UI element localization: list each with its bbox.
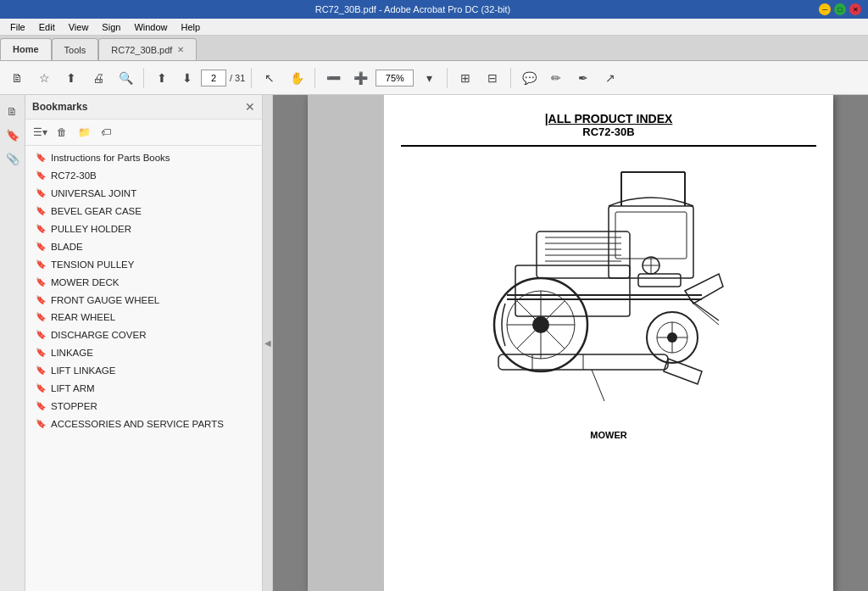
prev-page-button[interactable]: ⬆ [150,66,174,90]
svg-rect-7 [615,212,687,259]
window-controls: ─ □ ✕ [819,3,861,15]
toolbar: 🗎 ☆ ⬆ 🖨 🔍 ⬆ ⬇ / 31 ↖ ✋ ➖ ➕ ▾ ⊞ ⊟ 💬 ✏ ✒ ↗ [0,61,868,95]
upload-button[interactable]: ⬆ [59,66,83,90]
bookmark-label-front-gauge: FRONT GAUGE WHEEL [51,294,159,307]
bookmark-label-rc72: RC72-30B [51,170,97,182]
share-button[interactable]: ↗ [598,66,622,90]
fit-width-button[interactable]: ⊟ [481,66,504,90]
sidebar-close-button[interactable]: ✕ [245,100,255,114]
select-tool-button[interactable]: ↖ [258,66,281,90]
zoom-out-button[interactable]: ➖ [321,66,345,90]
menu-view[interactable]: View [62,20,96,34]
bookmark-label-bevel: BEVEL GEAR CASE [51,205,142,218]
bookmark-icon-accessories: 🔖 [36,419,46,428]
pdf-main-title: |ALL PRODUCT INDEX [401,112,816,125]
close-button[interactable]: ✕ [849,3,861,15]
bookmark-item-tension[interactable]: 🔖 TENSION PULLEY [25,256,262,274]
svg-line-27 [541,301,565,325]
bookmark-item-linkage[interactable]: 🔖 LINKAGE [25,344,262,362]
navigation-section: ⬆ ⬇ / 31 [150,66,245,90]
tab-pdf-label: RC72_30B.pdf [111,45,172,55]
print-button[interactable]: 🖨 [86,66,110,90]
menu-edit[interactable]: Edit [32,20,62,34]
comment-button[interactable]: 💬 [517,66,541,90]
left-icon-document[interactable]: 🗎 [3,102,22,120]
bookmark-item-blade[interactable]: 🔖 BLADE [25,238,262,256]
maximize-button[interactable]: □ [834,3,846,15]
bookmark-item-front-gauge[interactable]: 🔖 FRONT GAUGE WHEEL [25,292,262,309]
sidebar-expand-button[interactable]: ☰▾ [31,123,49,142]
sidebar-folder-button[interactable]: 📁 [75,123,93,142]
zoom-dropdown-button[interactable]: ▾ [417,66,441,90]
minimize-button[interactable]: ─ [819,3,831,15]
bookmark-item-lift-linkage[interactable]: 🔖 LIFT LINKAGE [25,362,262,380]
bookmark-icon-rc72: 🔖 [36,170,46,180]
bookmark-item-stopper[interactable]: 🔖 STOPPER [25,398,262,415]
search-button[interactable]: 🔍 [114,66,137,90]
bookmark-item-rear-wheel[interactable]: 🔖 REAR WHEEL [25,309,262,326]
pdf-page: |ALL PRODUCT INDEX RC72-30B [308,95,833,591]
bookmark-toolbar-button[interactable]: ☆ [32,66,56,90]
bookmark-label-lift-linkage: LIFT LINKAGE [51,365,115,377]
bookmark-icon-pulley: 🔖 [36,224,46,233]
bookmark-icon-rear-wheel: 🔖 [36,312,46,321]
tab-bar: Home Tools RC72_30B.pdf ✕ [0,36,868,61]
new-document-button[interactable]: 🗎 [5,66,29,90]
bookmark-icon-tension: 🔖 [36,259,46,269]
tab-tools[interactable]: Tools [52,38,99,60]
menu-bar: File Edit View Sign Window Help [0,19,868,36]
toolbar-separator-5 [510,68,511,88]
bookmark-icon-lift-linkage: 🔖 [36,365,46,375]
tab-tools-label: Tools [64,45,86,55]
page-content: |ALL PRODUCT INDEX RC72-30B [384,95,833,591]
zoom-input[interactable] [376,70,414,86]
bookmark-label-discharge: DISCHARGE COVER [51,329,146,342]
page-number-input[interactable] [201,70,226,86]
sidebar-tag-button[interactable]: 🏷 [97,123,115,142]
bookmark-item-bevel[interactable]: 🔖 BEVEL GEAR CASE [25,203,262,220]
tab-home[interactable]: Home [0,38,52,60]
bookmark-icon-bevel: 🔖 [36,206,46,215]
sidebar-delete-button[interactable]: 🗑 [53,123,71,142]
zoom-in-button[interactable]: ➕ [348,66,372,90]
bookmark-item-accessories[interactable]: 🔖 ACCESSORIES AND SERVICE PARTS [25,415,262,433]
bookmark-label-mower-deck: MOWER DECK [51,276,120,289]
highlight-button[interactable]: ✏ [544,66,568,90]
bookmark-list: 🔖 Instructions for Parts Books 🔖 RC72-30… [25,146,262,591]
bookmark-label-blade: BLADE [51,241,83,254]
tab-close-icon[interactable]: ✕ [177,45,184,54]
bookmark-icon-front-gauge: 🔖 [36,295,46,304]
sign-button[interactable]: ✒ [571,66,595,90]
menu-file[interactable]: File [3,20,32,34]
next-page-button[interactable]: ⬇ [175,66,199,90]
fit-page-button[interactable]: ⊞ [453,66,477,90]
bookmark-item-pulley[interactable]: 🔖 PULLEY HOLDER [25,220,262,238]
left-icon-attachment[interactable]: 📎 [3,149,22,168]
bookmark-icon-linkage: 🔖 [36,348,46,357]
bookmark-label-rear-wheel: REAR WHEEL [51,311,115,324]
left-panel: 🗎 🔖 📎 [0,95,25,591]
bookmark-item-lift-arm[interactable]: 🔖 LIFT ARM [25,380,262,398]
bookmark-label-instructions: Instructions for Parts Books [51,152,170,164]
tab-pdf[interactable]: RC72_30B.pdf ✕ [98,38,197,60]
menu-help[interactable]: Help [175,20,208,34]
bookmark-icon-blade: 🔖 [36,242,46,251]
menu-window[interactable]: Window [127,20,174,34]
bookmark-item-instructions[interactable]: 🔖 Instructions for Parts Books [25,149,262,167]
bookmark-item-rc72[interactable]: 🔖 RC72-30B [25,167,262,185]
bookmark-label-pulley: PULLEY HOLDER [51,223,131,236]
sidebar-collapse-handle[interactable]: ◀ [263,95,273,591]
left-icon-bookmark[interactable]: 🔖 [3,125,22,144]
tab-home-label: Home [13,44,39,54]
bookmark-item-discharge[interactable]: 🔖 DISCHARGE COVER [25,326,262,344]
main-area: 🗎 🔖 📎 Bookmarks ✕ ☰▾ 🗑 📁 🏷 🔖 Instruction… [0,95,868,591]
mower-label: MOWER [590,430,626,440]
bookmark-label-universal: UNIVERSAL JOINT [51,187,136,200]
menu-sign[interactable]: Sign [95,20,127,34]
page-header: |ALL PRODUCT INDEX RC72-30B [401,112,816,138]
hand-tool-button[interactable]: ✋ [285,66,309,90]
tractor-illustration [456,155,761,427]
bookmark-item-mower-deck[interactable]: 🔖 MOWER DECK [25,274,262,292]
tractor-illustration-area: MOWER [401,155,816,440]
bookmark-item-universal[interactable]: 🔖 UNIVERSAL JOINT [25,185,262,203]
